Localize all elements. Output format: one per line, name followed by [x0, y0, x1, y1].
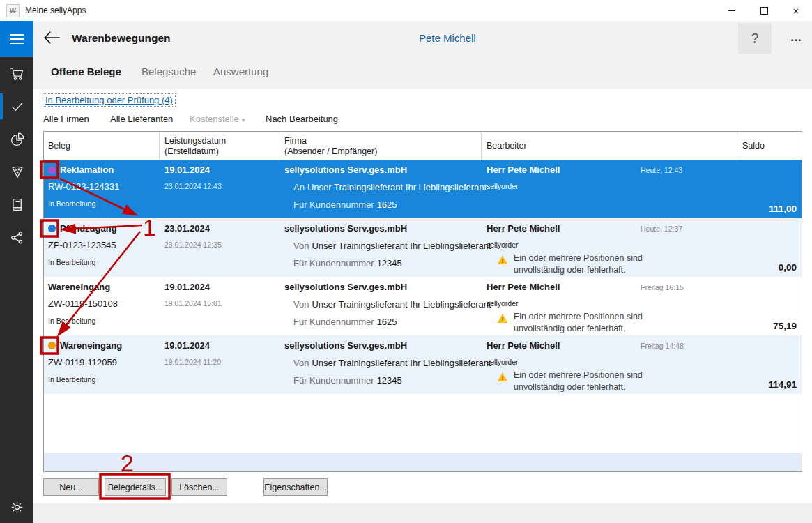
- close-button[interactable]: ×: [780, 0, 812, 21]
- warning-icon: !: [497, 313, 508, 324]
- document-status: In Bearbeitung: [48, 258, 95, 266]
- filter-alle-firmen[interactable]: Alle Firmen: [43, 114, 89, 124]
- editor-name: Herr Pete Michell: [487, 282, 560, 292]
- created-date: 23.01.2024 12:43: [164, 182, 222, 190]
- window-controls: ×: [716, 0, 812, 21]
- column-header-leistungsdatum: Leistungsdatum(Erstelldatum): [160, 132, 279, 160]
- warning-message: ! Ein oder mehrere Positionen sind unvol…: [497, 311, 664, 334]
- column-header-firma: Firma(Absender / Empfänger): [279, 132, 482, 160]
- share-network-icon: [10, 230, 24, 245]
- partner-name: Unser Trainingslieferant Ihr Lieblingsli…: [312, 358, 491, 368]
- properties-button[interactable]: Eigenschaften...: [263, 478, 328, 496]
- document-details-button[interactable]: Belegdetails...: [105, 478, 166, 496]
- sidebar-item-network[interactable]: [0, 221, 33, 254]
- created-date: 19.01.2024 11:20: [164, 358, 221, 366]
- back-arrow-icon[interactable]: [43, 31, 60, 45]
- new-button[interactable]: Neu...: [43, 478, 99, 496]
- hamburger-icon: [8, 31, 25, 47]
- sidebar-item-settings[interactable]: [0, 491, 33, 523]
- editor-name: Herr Pete Michell: [487, 223, 560, 234]
- cell-leistungsdatum: 23.01.2024 23.01.2024 12:35: [160, 218, 279, 277]
- tab-belegsuche[interactable]: Belegsuche: [141, 66, 196, 77]
- user-name[interactable]: Pete Michell: [419, 32, 476, 44]
- service-date: 19.01.2024: [164, 165, 210, 175]
- cell-beleg: Reklamation RW-0123-124331 In Bearbeitun…: [44, 160, 160, 218]
- document-status: In Bearbeitung: [48, 375, 95, 384]
- tab-offene-belege[interactable]: Offene Belege: [51, 66, 121, 77]
- help-button[interactable]: ?: [738, 23, 772, 54]
- cell-bearbeiter: Herr Pete Michell sellyorder Heute, 12:3…: [482, 218, 737, 277]
- editor-app: sellyorder: [487, 358, 519, 366]
- sidebar-item-pizza[interactable]: [0, 156, 33, 188]
- delete-button[interactable]: Löschen...: [171, 478, 227, 496]
- saldo-value: 111,00: [769, 204, 797, 214]
- menu-button[interactable]: [0, 21, 33, 57]
- cell-firma: sellysolutions Serv.ges.mbH VonUnser Tra…: [279, 277, 482, 335]
- sidebar-item-catalog[interactable]: [0, 188, 33, 221]
- check-icon: [10, 99, 24, 114]
- maximize-button[interactable]: [748, 0, 780, 21]
- chevron-down-icon: ▾: [242, 116, 245, 123]
- filter-alle-lieferanten[interactable]: Alle Lieferanten: [110, 114, 173, 124]
- gear-icon: [10, 500, 24, 515]
- company-name: sellysolutions Serv.ges.mbH: [284, 165, 407, 175]
- editor-name: Herr Pete Michell: [487, 340, 560, 351]
- sidebar-item-tasks[interactable]: [0, 90, 33, 123]
- cell-leistungsdatum: 19.01.2024 19.01.2024 11:20: [160, 335, 279, 394]
- column-header-beleg: Beleg: [44, 132, 160, 160]
- customer-number: 12345: [377, 258, 402, 268]
- table-row-3[interactable]: Wareneingang ZW-0119-150108 In Bearbeitu…: [44, 277, 802, 335]
- tab-auswertung[interactable]: Auswertung: [213, 66, 268, 77]
- cell-beleg: Wareneingang ZW-0119-150108 In Bearbeitu…: [44, 277, 160, 335]
- cell-bearbeiter: Herr Pete Michell sellyorder Heute, 12:4…: [482, 160, 737, 218]
- edit-time: Heute, 12:37: [641, 225, 682, 233]
- edit-time: Freitag 14:48: [641, 342, 684, 350]
- table-row-1[interactable]: Reklamation RW-0123-124331 In Bearbeitun…: [44, 160, 802, 218]
- sidebar-item-reports[interactable]: [0, 123, 33, 156]
- partner-name: Unser Trainingslieferant Ihr Lieblingsli…: [312, 299, 491, 310]
- editor-app: sellyorder: [487, 241, 519, 249]
- warning-text: Ein oder mehrere Positionen sind unvolls…: [514, 311, 664, 334]
- saldo-value: 0,00: [779, 262, 797, 273]
- close-icon: ×: [793, 6, 799, 16]
- company-name: sellysolutions Serv.ges.mbH: [284, 223, 407, 234]
- column-header-saldo: Saldo: [737, 132, 802, 160]
- filter-nach-bearbeitung[interactable]: Nach Bearbeitung: [266, 114, 338, 124]
- warning-text: Ein oder mehrere Positionen sind unvolls…: [514, 252, 664, 275]
- saldo-value: 114,91: [768, 379, 797, 390]
- cell-leistungsdatum: 19.01.2024 19.01.2024 15:01: [160, 277, 279, 335]
- document-number: ZP-0123-123545: [48, 240, 116, 250]
- company-name: sellysolutions Serv.ges.mbH: [284, 282, 407, 292]
- table-row-4[interactable]: Wareneingang ZW-0119-112059 In Bearbeitu…: [44, 335, 802, 394]
- sidebar-item-cart[interactable]: [0, 57, 33, 90]
- warning-icon: !: [497, 255, 508, 265]
- direction-label: Von: [293, 299, 309, 310]
- status-dot-purple: [48, 166, 56, 174]
- maximize-icon: [760, 7, 768, 15]
- customer-label: Für Kundennummer: [293, 258, 374, 268]
- editor-app: sellyorder: [487, 182, 519, 190]
- status-filter-link[interactable]: In Bearbeitung oder Prüfung (4): [43, 93, 176, 107]
- svg-text:!: !: [502, 374, 504, 381]
- cart-icon: [10, 66, 24, 81]
- page-title: Warenbewegungen: [72, 32, 171, 45]
- title-bar: W Meine sellyApps ×: [0, 0, 812, 21]
- cell-beleg: Wareneingang ZW-0119-112059 In Bearbeitu…: [44, 335, 160, 394]
- company-name: sellysolutions Serv.ges.mbH: [284, 340, 407, 351]
- cell-saldo: 114,91: [737, 335, 802, 394]
- more-button[interactable]: …: [785, 26, 807, 49]
- cell-firma: sellysolutions Serv.ges.mbH AnUnser Trai…: [279, 160, 482, 218]
- service-date: 19.01.2024: [164, 282, 210, 292]
- partner-name: Unser Trainingslieferant Ihr Lieblingsli…: [307, 182, 487, 192]
- cell-leistungsdatum: 19.01.2024 23.01.2024 12:43: [160, 160, 279, 218]
- table-row-2[interactable]: Pfandzugang ZP-0123-123545 In Bearbeitun…: [44, 218, 802, 277]
- customer-number: 1625: [377, 317, 397, 327]
- minimize-button[interactable]: [716, 0, 748, 21]
- service-date: 19.01.2024: [164, 340, 210, 351]
- status-dot-orange: [48, 342, 56, 349]
- document-status: In Bearbeitung: [48, 317, 95, 325]
- filter-kostenstelle[interactable]: Kostenstelle▾: [190, 114, 245, 124]
- warning-icon: !: [497, 372, 508, 382]
- editor-app: sellyorder: [487, 299, 519, 308]
- customer-label: Für Kundennummer: [293, 317, 374, 327]
